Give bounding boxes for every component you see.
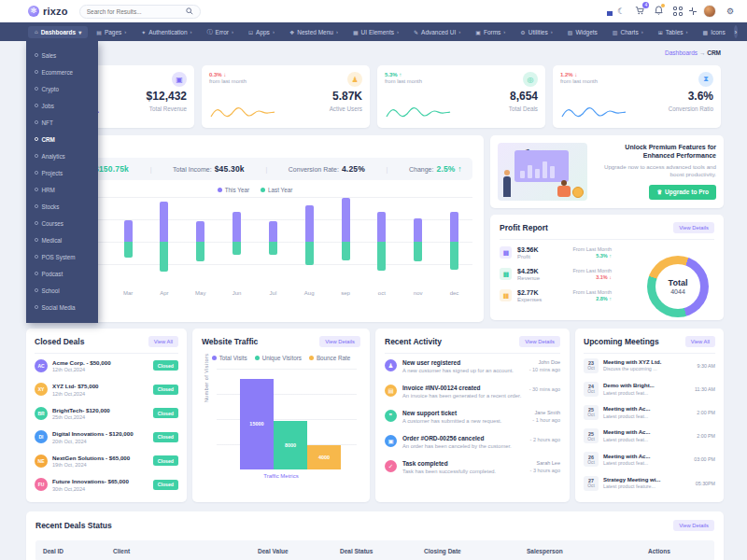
last-year-bar xyxy=(233,242,241,255)
dropdown-item-school[interactable]: School xyxy=(35,282,98,299)
meeting-subtitle: Latest product feat... xyxy=(603,437,650,442)
activity-view-details-button[interactable]: View Details xyxy=(519,336,560,347)
upgrade-to-pro-button[interactable]: ♛ Upgrade to Pro xyxy=(649,185,716,200)
search-input[interactable] xyxy=(87,8,180,15)
nav-item-apps[interactable]: ⊡Apps› xyxy=(242,26,281,38)
dropdown-item-ecommerce[interactable]: Ecommerce xyxy=(35,63,98,80)
breadcrumb-parent[interactable]: Dashboards xyxy=(665,49,698,56)
traffic-legend-total-visits[interactable]: Total Visits xyxy=(212,355,247,361)
meeting-row[interactable]: 25OctMeeting with Ac...Latest product fe… xyxy=(584,425,715,448)
dropdown-item-pos-system[interactable]: POS System xyxy=(35,248,98,265)
dropdown-item-crm[interactable]: CRM xyxy=(35,131,98,147)
dropdown-item-label: NFT xyxy=(42,119,53,126)
meeting-row[interactable]: 26OctMeeting with Ac...Latest product fe… xyxy=(584,448,715,471)
meeting-row[interactable]: 24OctDemo with Bright...Latest product f… xyxy=(584,377,715,400)
dropdown-item-stocks[interactable]: Stocks xyxy=(35,198,98,215)
stat-label: Total Revenue xyxy=(149,105,187,112)
cart-icon[interactable]: 4 xyxy=(635,6,644,17)
user-avatar[interactable] xyxy=(703,5,716,18)
profit-view-details-button[interactable]: View Details xyxy=(673,222,714,233)
month-label: nov xyxy=(400,290,436,296)
meetings-view-all-button[interactable]: View All xyxy=(685,336,715,347)
nav-item-advanced-ui[interactable]: ✎Advanced UI› xyxy=(407,26,467,38)
nav-item-widgets[interactable]: ▧Widgets xyxy=(561,26,604,38)
month-label: Jul xyxy=(255,290,291,296)
activity-row[interactable]: ♟New user registeredA new customer has s… xyxy=(385,354,560,379)
closed-deals-view-all-button[interactable]: View All xyxy=(148,336,178,347)
closed-deal-row[interactable]: ACAcme Corp. - $50,00012th Oct,2024Close… xyxy=(35,354,178,378)
activity-row[interactable]: ▤Invoice #INV-00124 createdAn invoice ha… xyxy=(385,379,560,404)
closed-deal-row[interactable]: XYXYZ Ltd- $75,00012th Oct,2024Closed xyxy=(35,378,178,402)
nav-item-ui-elements[interactable]: ▦UI Elements› xyxy=(346,26,405,38)
apps-grid-icon[interactable] xyxy=(673,7,683,16)
dropdown-item-crypto[interactable]: Crypto xyxy=(35,80,98,97)
nav-item-arrow: › xyxy=(273,29,275,35)
traffic-view-details-button[interactable]: View Details xyxy=(319,336,360,347)
dark-mode-icon[interactable]: ☾ xyxy=(617,7,625,16)
upcoming-meetings-title: Upcoming Meetings xyxy=(584,337,659,346)
nav-item-error[interactable]: ⓘError› xyxy=(201,25,240,39)
revenue-bar-aug xyxy=(291,197,328,287)
dropdown-item-analytics[interactable]: Analytics xyxy=(35,147,98,164)
closed-deal-row[interactable]: DIDigital Innovations - $120,00020th Oct… xyxy=(35,426,178,450)
nav-item-charts[interactable]: ▥Charts› xyxy=(606,26,650,38)
dropdown-item-nft[interactable]: NFT xyxy=(35,114,98,131)
legend-item-this-year[interactable]: This Year xyxy=(218,187,249,193)
activity-row[interactable]: ✓Task completedTask has been successfull… xyxy=(385,455,560,480)
meeting-row[interactable]: 23OctMeeting with XYZ Ltd.Discuss the up… xyxy=(584,354,715,377)
nav-item-authentication[interactable]: ✦Authentication› xyxy=(134,26,198,38)
dropdown-item-courses[interactable]: Courses xyxy=(35,215,98,231)
profit-report-title: Profit Report xyxy=(500,223,548,232)
meeting-row[interactable]: 25OctMeeting with Ac...Latest product fe… xyxy=(584,400,715,424)
closed-deal-row[interactable]: NENextGen Solutions - $65,00019th Oct, 2… xyxy=(35,449,178,473)
meeting-row[interactable]: 27OctStrategy Meeting wi...Latest produc… xyxy=(584,471,715,495)
traffic-legend-bounce-rate[interactable]: Bounce Rate xyxy=(309,355,350,361)
dropdown-item-sales[interactable]: Sales xyxy=(35,47,98,63)
nav-item-dashboards[interactable]: ⌂Dashboards▾ xyxy=(28,26,88,38)
deal-date: 30th Oct,2024 xyxy=(52,486,129,492)
chat-icon: ❞ xyxy=(385,410,397,422)
dropdown-item-label: Jobs xyxy=(42,103,54,109)
utilities-icon: ⚙ xyxy=(520,29,525,35)
tables-icon: ⊞ xyxy=(658,29,663,35)
nav-item-pages[interactable]: ▤Pages› xyxy=(90,26,133,38)
nav-item-icons[interactable]: ▩Icons xyxy=(697,26,732,38)
activity-row[interactable]: ❞New support ticketA customer has submit… xyxy=(385,404,560,429)
closed-deal-row[interactable]: FUFuture Innovations- $65,00030th Oct,20… xyxy=(35,473,178,497)
stat-card-conversion-ratio: 1.2% ↓from last month⧗3.6%Conversion Rat… xyxy=(553,65,721,128)
logo[interactable]: ✻ rixzo xyxy=(28,6,68,17)
nav-item-label: UI Elements xyxy=(361,29,394,35)
revenue-bar-apr xyxy=(146,197,182,287)
last-year-bar xyxy=(450,242,458,270)
cart-badge: 4 xyxy=(642,2,649,8)
traffic-legend-unique-visitors[interactable]: Unique Visitors xyxy=(255,355,302,361)
pages-icon: ▤ xyxy=(96,29,102,35)
dropdown-item-podcast[interactable]: Podcast xyxy=(35,265,98,282)
activity-row[interactable]: ▣Order #ORD-00256 canceledAn order has b… xyxy=(385,429,560,455)
icons-icon: ▩ xyxy=(703,29,709,35)
dropdown-item-jobs[interactable]: Jobs xyxy=(35,97,98,114)
search-box[interactable] xyxy=(79,5,201,19)
dropdown-item-projects[interactable]: Projects xyxy=(35,164,98,181)
search-icon xyxy=(186,7,193,15)
meeting-subtitle: Latest product feat... xyxy=(603,413,650,419)
dropdown-item-label: Analytics xyxy=(42,153,65,160)
nav-item-utilities[interactable]: ⚙Utilities› xyxy=(514,26,558,38)
nav-item-nested-menu[interactable]: ❖Nested Menu› xyxy=(283,26,345,38)
deal-date: 12th Oct,2024 xyxy=(52,391,99,397)
nav-item-tables[interactable]: ⊞Tables› xyxy=(652,26,695,38)
revenue-bar-may xyxy=(182,197,218,287)
closed-deal-row[interactable]: BRBrightTech- $120,00025th Oct,2024Close… xyxy=(35,401,178,426)
legend-item-last-year[interactable]: Last Year xyxy=(261,187,292,193)
dropdown-item-social-media[interactable]: Social Media xyxy=(35,299,98,315)
deals-view-details-button[interactable]: View Details xyxy=(673,520,714,531)
settings-gear-icon[interactable]: ⚙ xyxy=(726,7,734,16)
crown-icon: ♛ xyxy=(656,189,662,196)
deal-avatar: XY xyxy=(35,383,48,396)
notifications-bell-icon[interactable] xyxy=(655,6,663,17)
dropdown-item-medical[interactable]: Medical xyxy=(35,231,98,248)
dropdown-item-hrm[interactable]: HRM xyxy=(35,181,98,198)
donut-total-value: 4044 xyxy=(670,288,685,295)
nav-item-forms[interactable]: ▣Forms› xyxy=(469,26,512,38)
nav-scroll-next-button[interactable]: › xyxy=(734,25,738,38)
